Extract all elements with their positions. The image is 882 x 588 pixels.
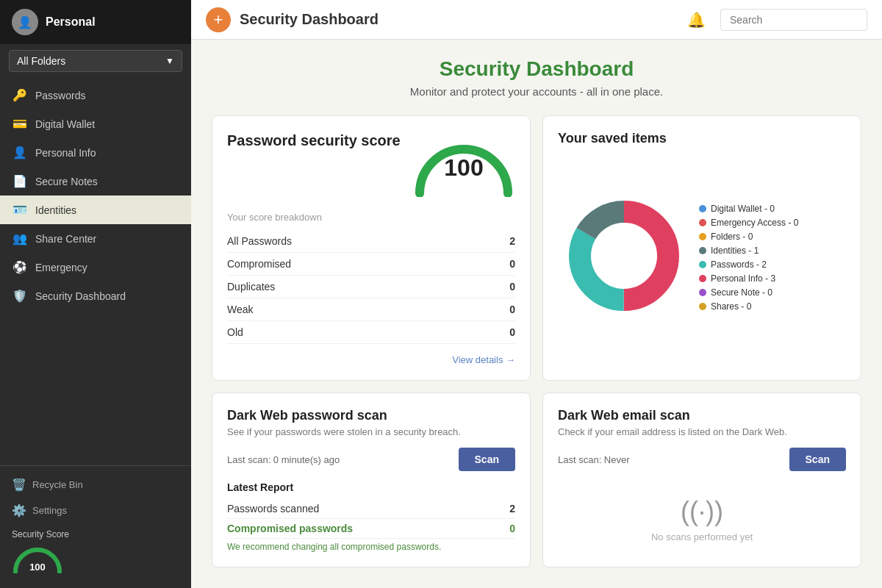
dw-password-last-scan: Last scan: 0 minute(s) ago bbox=[227, 454, 340, 465]
security-dashboard-label: Security Dashboard bbox=[35, 290, 126, 302]
no-scan-icon: ((·)) bbox=[681, 496, 723, 527]
sidebar: 👤 Personal All Folders ▼ 🔑 Passwords💳 Di… bbox=[0, 0, 191, 588]
score-row-value: 0 bbox=[509, 258, 515, 270]
digital-wallet-icon: 💳 bbox=[12, 117, 28, 131]
view-details-link[interactable]: View details → bbox=[227, 354, 515, 365]
dw-password-title: Dark Web password scan bbox=[227, 408, 515, 423]
share-center-icon: 👥 bbox=[12, 232, 28, 245]
bell-icon[interactable]: 🔔 bbox=[687, 11, 706, 29]
score-gauge-small: 100 bbox=[12, 544, 63, 573]
gauge-container: 100 bbox=[412, 131, 515, 197]
sidebar-item-emergency[interactable]: ⚽ Emergency bbox=[0, 253, 191, 282]
score-row-value: 2 bbox=[509, 235, 515, 247]
dw-password-top: Dark Web password scan See if your passw… bbox=[227, 408, 515, 437]
topbar-title: Security Dashboard bbox=[240, 11, 678, 28]
legend-label: Folders - 0 bbox=[711, 232, 753, 242]
svg-point-4 bbox=[592, 223, 656, 288]
search-input[interactable] bbox=[720, 9, 867, 31]
dw-email-scan-button[interactable]: Scan bbox=[789, 448, 846, 471]
sidebar-item-personal-info[interactable]: 👤 Personal Info bbox=[0, 138, 191, 167]
sidebar-item-identities[interactable]: 🪪 Identities bbox=[0, 196, 191, 224]
legend-item: Emergency Access - 0 bbox=[699, 218, 846, 228]
dw-password-scan-row: Last scan: 0 minute(s) ago Scan bbox=[227, 448, 515, 471]
legend-dot bbox=[699, 261, 706, 268]
donut-container bbox=[558, 190, 690, 325]
score-row-label: Compromised bbox=[227, 258, 291, 270]
folder-select[interactable]: All Folders ▼ bbox=[9, 50, 182, 72]
legend-item: Digital Wallet - 0 bbox=[699, 204, 846, 214]
sidebar-header: 👤 Personal bbox=[0, 0, 191, 44]
score-row-value: 0 bbox=[509, 326, 515, 338]
legend-label: Passwords - 2 bbox=[711, 259, 767, 270]
sidebar-item-security-dashboard[interactable]: 🛡️ Security Dashboard bbox=[0, 282, 191, 310]
sidebar-item-passwords[interactable]: 🔑 Passwords bbox=[0, 81, 191, 110]
settings-label: Settings bbox=[32, 505, 67, 516]
dw-password-scan-button[interactable]: Scan bbox=[459, 448, 515, 471]
score-row-label: All Passwords bbox=[227, 235, 292, 247]
report-title: Latest Report bbox=[227, 481, 515, 493]
security-score-widget: Security Score 100 bbox=[0, 523, 191, 582]
sidebar-item-secure-notes[interactable]: 📄 Secure Notes bbox=[0, 167, 191, 196]
report-row-value: 2 bbox=[509, 503, 515, 514]
score-row: Weak 0 bbox=[227, 298, 515, 321]
dark-web-email-card: Dark Web email scan Check if your email … bbox=[542, 392, 861, 567]
score-row-label: Duplicates bbox=[227, 281, 275, 293]
secure-notes-icon: 📄 bbox=[12, 174, 28, 188]
password-score-card: Password security score 100 Your score b… bbox=[212, 115, 531, 381]
legend-label: Shares - 0 bbox=[711, 301, 751, 312]
legend-item: Folders - 0 bbox=[699, 232, 846, 242]
score-card-top: Password security score 100 bbox=[227, 131, 515, 197]
folder-select-label: All Folders bbox=[17, 55, 65, 67]
legend-dot bbox=[699, 233, 706, 240]
identities-label: Identities bbox=[35, 204, 76, 216]
dw-password-report: Latest Report Passwords scanned 2Comprom… bbox=[227, 481, 515, 552]
legend-dot bbox=[699, 303, 706, 310]
sidebar-bottom: 🗑️ Recycle Bin ⚙️ Settings Security Scor… bbox=[0, 465, 191, 588]
saved-items-card: Your saved items bbox=[542, 115, 861, 381]
score-row-value: 0 bbox=[509, 281, 515, 293]
page-subtitle: Monitor and protect your accounts - all … bbox=[212, 85, 861, 98]
report-hint: We recommend changing all compromised pa… bbox=[227, 542, 515, 552]
share-center-label: Share Center bbox=[35, 233, 96, 245]
legend-label: Emergency Access - 0 bbox=[711, 218, 798, 228]
breakdown-label: Your score breakdown bbox=[227, 212, 515, 223]
score-row: Duplicates 0 bbox=[227, 276, 515, 298]
compromised-value: 0 bbox=[509, 523, 515, 534]
emergency-icon: ⚽ bbox=[12, 260, 28, 274]
passwords-icon: 🔑 bbox=[12, 88, 28, 102]
sidebar-item-recycle-bin[interactable]: 🗑️ Recycle Bin bbox=[0, 472, 191, 498]
saved-items-title: Your saved items bbox=[558, 131, 846, 146]
page-title: Security Dashboard bbox=[212, 57, 861, 81]
score-row: Old 0 bbox=[227, 321, 515, 344]
add-button[interactable]: + bbox=[206, 7, 231, 32]
gear-icon: ⚙️ bbox=[12, 503, 26, 517]
dark-web-password-card: Dark Web password scan See if your passw… bbox=[212, 392, 531, 567]
legend-item: Secure Note - 0 bbox=[699, 287, 846, 298]
score-rows: All Passwords 2Compromised 0Duplicates 0… bbox=[227, 230, 515, 344]
digital-wallet-label: Digital Wallet bbox=[35, 118, 95, 130]
dw-email-scan-row: Last scan: Never Scan bbox=[558, 448, 846, 471]
legend-dot bbox=[699, 219, 706, 226]
passwords-label: Passwords bbox=[35, 90, 85, 101]
legend-label: Digital Wallet - 0 bbox=[711, 204, 775, 214]
sidebar-item-share-center[interactable]: 👥 Share Center bbox=[0, 224, 191, 253]
legend-item: Personal Info - 3 bbox=[699, 273, 846, 284]
report-row: Passwords scanned 2 bbox=[227, 499, 515, 519]
dw-password-subtitle: See if your passwords were stolen in a s… bbox=[227, 426, 515, 437]
dw-email-title: Dark Web email scan bbox=[558, 408, 846, 423]
legend: Digital Wallet - 0 Emergency Access - 0 … bbox=[699, 204, 846, 312]
report-row: Compromised passwords 0 bbox=[227, 519, 515, 539]
dw-email-subtitle: Check if your email address is listed on… bbox=[558, 426, 846, 437]
compromised-label: Compromised passwords bbox=[227, 523, 353, 534]
page-heading: Security Dashboard Monitor and protect y… bbox=[212, 57, 861, 98]
sidebar-item-digital-wallet[interactable]: 💳 Digital Wallet bbox=[0, 110, 191, 138]
legend-label: Identities - 1 bbox=[711, 245, 759, 256]
legend-dot bbox=[699, 205, 706, 212]
report-rows: Passwords scanned 2Compromised passwords… bbox=[227, 499, 515, 539]
sidebar-item-settings[interactable]: ⚙️ Settings bbox=[0, 498, 191, 523]
svg-text:100: 100 bbox=[29, 562, 46, 573]
score-row: All Passwords 2 bbox=[227, 230, 515, 253]
score-row-value: 0 bbox=[509, 304, 515, 315]
content-area: Security Dashboard Monitor and protect y… bbox=[191, 40, 882, 588]
legend-item: Passwords - 2 bbox=[699, 259, 846, 270]
